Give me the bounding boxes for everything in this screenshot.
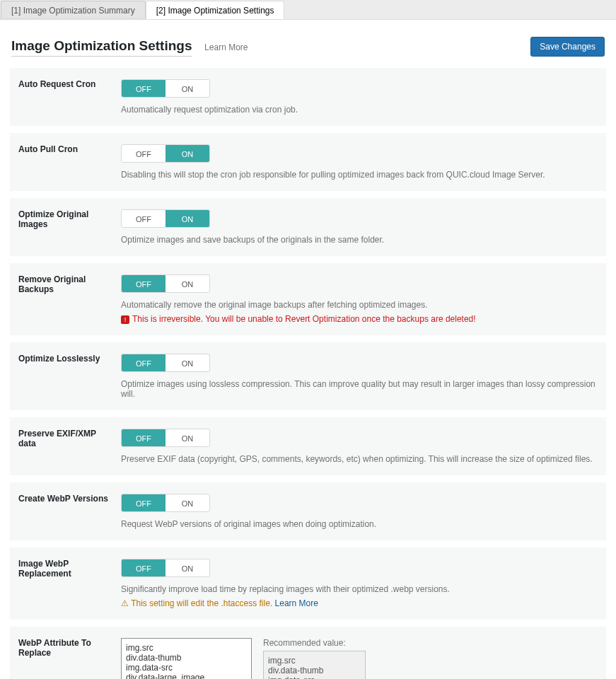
toggle-off[interactable]: OFF [122, 494, 165, 511]
label-remove-backups: Remove Original Backups [18, 274, 121, 324]
toggle-lossless[interactable]: OFF ON [121, 354, 210, 372]
desc-auto-request-cron: Automatically request optimization via c… [121, 105, 598, 115]
label-auto-pull-cron: Auto Pull Cron [18, 144, 121, 180]
toggle-off[interactable]: OFF [122, 275, 165, 292]
row-optimize-original: Optimize Original Images OFF ON Optimize… [10, 198, 606, 256]
label-webp-replacement: Image WebP Replacement [18, 559, 121, 608]
toggle-auto-pull-cron[interactable]: OFF ON [121, 144, 210, 163]
row-webp-attribute: WebP Attribute To Replace Recommended va… [10, 627, 606, 679]
toggle-off[interactable]: OFF [122, 354, 165, 371]
toggle-off[interactable]: OFF [122, 210, 165, 227]
desc-create-webp: Request WebP versions of original images… [121, 519, 598, 529]
desc-auto-pull-cron: Disabling this will stop the cron job re… [121, 170, 598, 180]
row-remove-backups: Remove Original Backups OFF ON Automatic… [10, 263, 606, 335]
toggle-on[interactable]: ON [165, 275, 209, 292]
warn-remove-backups: !This is irreversible. You will be unabl… [121, 314, 598, 324]
header-row: Image Optimization Settings Learn More S… [0, 20, 616, 68]
learn-more-htaccess[interactable]: Learn More [275, 598, 318, 608]
toggle-on[interactable]: ON [165, 354, 209, 371]
toggle-off[interactable]: OFF [122, 145, 165, 162]
label-optimize-original: Optimize Original Images [18, 209, 121, 245]
learn-more-link[interactable]: Learn More [204, 42, 248, 52]
recommended-value: img.src div.data-thumb img.data-src div.… [263, 651, 366, 679]
label-create-webp: Create WebP Versions [18, 494, 121, 529]
toggle-on[interactable]: ON [165, 80, 209, 97]
desc-lossless: Optimize images using lossless compressi… [121, 379, 598, 399]
row-lossless: Optimize Losslessly OFF ON Optimize imag… [10, 342, 606, 410]
tab-bar: [1] Image Optimization Summary [2] Image… [0, 0, 616, 20]
row-exif: Preserve EXIF/XMP data OFF ON Preserve E… [10, 417, 606, 475]
toggle-webp-replacement[interactable]: OFF ON [121, 559, 210, 577]
label-auto-request-cron: Auto Request Cron [18, 79, 121, 115]
desc-optimize-original: Optimize images and save backups of the … [121, 235, 598, 245]
label-webp-attribute: WebP Attribute To Replace [18, 638, 121, 679]
warn-htaccess: ⚠ This setting will edit the .htaccess f… [121, 598, 598, 608]
label-lossless: Optimize Losslessly [18, 354, 121, 399]
row-auto-pull-cron: Auto Pull Cron OFF ON Disabling this wil… [10, 133, 606, 191]
toggle-off[interactable]: OFF [122, 559, 165, 576]
toggle-off[interactable]: OFF [122, 80, 165, 97]
toggle-auto-request-cron[interactable]: OFF ON [121, 79, 210, 98]
toggle-off[interactable]: OFF [122, 429, 165, 446]
toggle-on[interactable]: ON [165, 494, 209, 511]
desc-webp-replacement: Significantly improve load time by repla… [121, 584, 598, 594]
recommended-label: Recommended value: [263, 638, 366, 648]
desc-remove-backups: Automatically remove the original image … [121, 300, 598, 310]
row-create-webp: Create WebP Versions OFF ON Request WebP… [10, 482, 606, 540]
webp-attribute-textarea[interactable] [121, 638, 252, 679]
label-exif: Preserve EXIF/XMP data [18, 429, 121, 464]
toggle-remove-backups[interactable]: OFF ON [121, 274, 210, 293]
toggle-on[interactable]: ON [165, 559, 209, 576]
warning-icon: ! [121, 315, 129, 324]
tab-summary[interactable]: [1] Image Optimization Summary [1, 1, 146, 19]
toggle-create-webp[interactable]: OFF ON [121, 494, 210, 512]
save-changes-button[interactable]: Save Changes [530, 37, 605, 57]
row-auto-request-cron: Auto Request Cron OFF ON Automatically r… [10, 68, 606, 126]
toggle-on[interactable]: ON [165, 145, 209, 162]
toggle-on[interactable]: ON [165, 429, 209, 446]
row-webp-replacement: Image WebP Replacement OFF ON Significan… [10, 547, 606, 620]
desc-exif: Preserve EXIF data (copyright, GPS, comm… [121, 454, 598, 464]
tab-settings[interactable]: [2] Image Optimization Settings [146, 1, 285, 19]
page-title: Image Optimization Settings [11, 38, 192, 57]
warning-icon: ⚠ [121, 598, 129, 608]
toggle-optimize-original[interactable]: OFF ON [121, 209, 210, 228]
toggle-exif[interactable]: OFF ON [121, 429, 210, 447]
toggle-on[interactable]: ON [165, 210, 209, 227]
